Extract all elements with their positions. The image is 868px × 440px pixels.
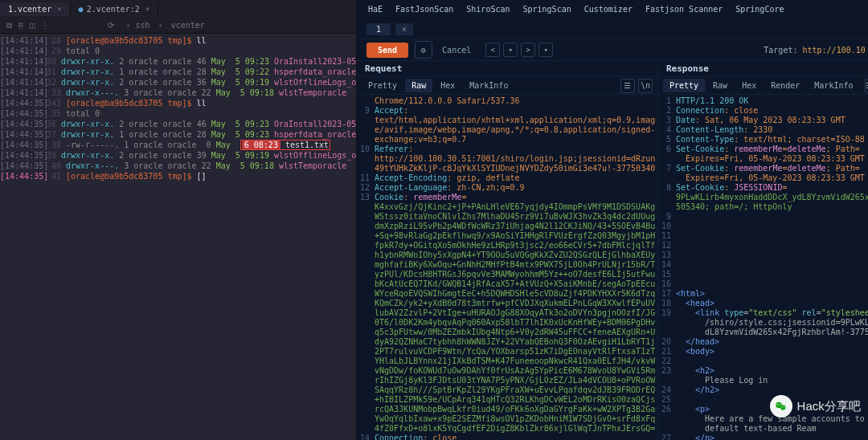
request-header: Request — [357, 61, 657, 77]
request-tabs: 1 × — [357, 19, 868, 39]
proxy-panel: HaEFastJsonScanShiroScanSpringScanCustom… — [357, 0, 868, 440]
ext-tab-fastjson scanner[interactable]: Fastjson Scanner — [645, 5, 723, 14]
subtab-hex[interactable]: Hex — [434, 79, 461, 92]
subtab-markinfo[interactable]: MarkInfo — [463, 79, 514, 92]
svg-point-1 — [780, 405, 785, 409]
wrap-icon[interactable]: ☰ — [620, 79, 635, 93]
terminal-output[interactable]: [14:41:14]28[oracle@ba9b5dc83705 tmp]$ l… — [0, 34, 356, 440]
ext-tab-springcore[interactable]: SpringCore — [735, 5, 784, 14]
paste-icon[interactable]: ⎘ — [18, 21, 23, 30]
ext-tab-springscan[interactable]: SpringScan — [523, 5, 571, 14]
refresh-icon[interactable]: ⟳ — [108, 21, 114, 30]
history-prev-icon[interactable]: < — [485, 43, 500, 57]
svg-point-5 — [783, 406, 784, 407]
editor-tabs: 1.vcenter×● 2.vcenter:2× — [0, 0, 356, 18]
gear-icon[interactable]: ⚙ — [415, 41, 432, 59]
cancel-button[interactable]: Cancel — [442, 46, 471, 55]
target-label: Target: http://100.10 — [764, 46, 865, 55]
response-header: Response — [658, 61, 868, 77]
request-body[interactable]: Chrome/112.0.0.0 Safari/537.369Accept: t… — [357, 95, 657, 440]
ext-tab-fastjsonscan[interactable]: FastJsonScan — [395, 5, 453, 14]
watermark: Hack分享吧 — [770, 395, 861, 418]
copy-icon[interactable]: ⧉ — [6, 21, 12, 31]
newline-icon[interactable]: \n — [638, 79, 653, 93]
response-body[interactable]: 1HTTP/1.1 200 OK2Connection: close3Date:… — [658, 95, 868, 440]
subtab-hex[interactable]: Hex — [735, 79, 763, 92]
subtab-raw[interactable]: Raw — [405, 79, 432, 92]
more-icon[interactable]: ⋮ — [41, 21, 49, 30]
ext-tab-shiroscan[interactable]: ShiroScan — [466, 5, 510, 14]
history-chev-icon[interactable]: ▾ — [503, 43, 518, 57]
editor-tab-1[interactable]: ● 2.vcenter:2× — [71, 2, 159, 16]
svg-point-3 — [779, 404, 780, 405]
breadcrumb: › ssh › vcenter — [125, 21, 204, 30]
send-button[interactable]: Send — [366, 43, 408, 58]
history-chev2-icon[interactable]: ▾ — [538, 43, 553, 57]
response-pane: Response PrettyRawHexRenderMarkInfo☰\n 1… — [657, 61, 868, 440]
request-tab-1[interactable]: 1 — [366, 23, 391, 35]
request-pane: Request PrettyRawHexMarkInfo☰\n Chrome/1… — [357, 61, 657, 440]
wechat-icon — [770, 395, 792, 418]
subtab-pretty[interactable]: Pretty — [362, 79, 403, 92]
extension-tabs: HaEFastJsonScanShiroScanSpringScanCustom… — [357, 0, 868, 19]
subtab-markinfo[interactable]: MarkInfo — [808, 79, 859, 92]
svg-point-4 — [781, 406, 782, 407]
history-next-icon[interactable]: > — [521, 43, 535, 57]
request-tab-close[interactable]: × — [395, 23, 413, 35]
subtab-pretty[interactable]: Pretty — [663, 79, 705, 92]
wrap-icon[interactable]: ☰ — [865, 79, 869, 93]
request-subtabs: PrettyRawHexMarkInfo☰\n — [357, 77, 657, 95]
response-subtabs: PrettyRawHexRenderMarkInfo☰\n — [658, 77, 868, 95]
split-icon[interactable]: ◫ — [30, 21, 35, 30]
ext-tab-hae[interactable]: HaE — [368, 5, 383, 14]
terminal-panel: 1.vcenter×● 2.vcenter:2× ⧉ ⎘ ◫ ⋮ ⟳ › ssh… — [0, 0, 357, 440]
watermark-text: Hack分享吧 — [797, 399, 861, 414]
editor-tab-0[interactable]: 1.vcenter× — [0, 2, 71, 16]
subtab-raw[interactable]: Raw — [706, 79, 734, 92]
subtab-render[interactable]: Render — [764, 79, 806, 92]
ext-tab-customizer[interactable]: Customizer — [584, 5, 633, 14]
terminal-toolbar: ⧉ ⎘ ◫ ⋮ ⟳ › ssh › vcenter — [0, 18, 356, 34]
svg-point-2 — [776, 404, 777, 405]
action-bar: Send ⚙ Cancel < ▾ > ▾ Target: http://100… — [357, 39, 868, 61]
